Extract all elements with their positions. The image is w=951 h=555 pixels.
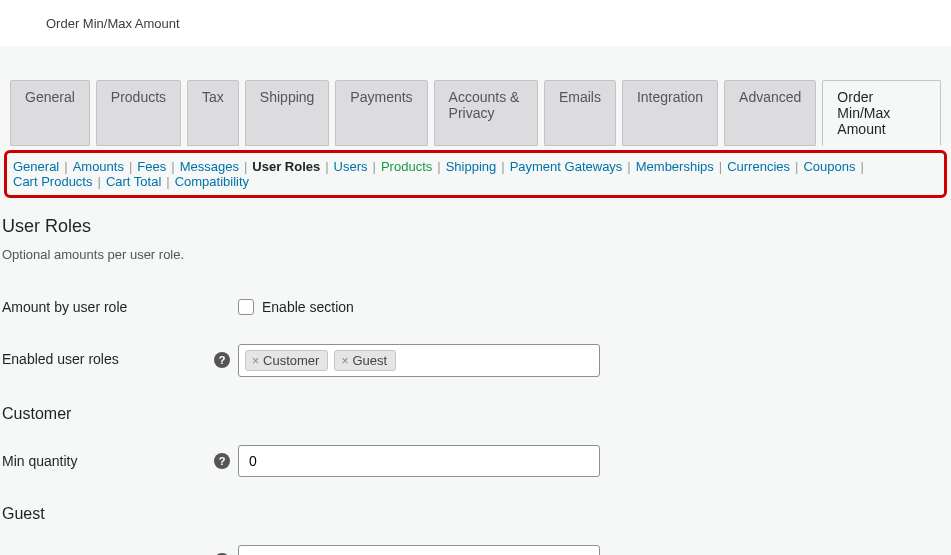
help-icon[interactable]: ? [214,453,230,469]
role-chip-customer[interactable]: ×Customer [245,350,328,371]
subnav-memberships[interactable]: Memberships [634,159,716,174]
label-customer-min-qty: Min quantity [2,453,214,469]
label-amount-by-role: Amount by user role [2,299,214,315]
tab-integration[interactable]: Integration [622,80,718,146]
tab-advanced[interactable]: Advanced [724,80,816,146]
subnav-payment-gateways[interactable]: Payment Gateways [508,159,625,174]
row-guest-min-qty: Min quantity ? [2,545,951,555]
subnav-coupons[interactable]: Coupons [801,159,857,174]
chip-label: Customer [263,353,319,368]
header-gap [0,46,951,80]
subnav-separator: | [126,159,135,174]
role-chip-guest[interactable]: ×Guest [334,350,396,371]
subnav-shipping[interactable]: Shipping [444,159,499,174]
row-customer-min-qty: Min quantity ? [2,445,951,477]
guest-min-qty-input[interactable] [238,545,600,555]
tab-order-min-max-amount[interactable]: Order Min/Max Amount [822,80,941,146]
subnav-cart-products[interactable]: Cart Products [11,174,94,189]
tab-accounts-privacy[interactable]: Accounts & Privacy [434,80,538,146]
tab-shipping[interactable]: Shipping [245,80,330,146]
subnav-general[interactable]: General [11,159,61,174]
enable-section-checkbox-label: Enable section [262,299,354,315]
content: User Roles Optional amounts per user rol… [0,198,951,555]
tab-tax[interactable]: Tax [187,80,239,146]
subnav-separator: | [624,159,633,174]
subnav-amounts[interactable]: Amounts [71,159,126,174]
subnav-fees[interactable]: Fees [135,159,168,174]
subnav-separator: | [241,159,250,174]
remove-chip-icon[interactable]: × [341,354,348,368]
row-amount-by-role: Amount by user role Enable section [2,292,951,322]
subnav-separator: | [716,159,725,174]
tab-products[interactable]: Products [96,80,181,146]
tab-general[interactable]: General [10,80,90,146]
customer-heading: Customer [2,405,951,423]
help-icon[interactable]: ? [214,352,230,368]
guest-heading: Guest [2,505,951,523]
tab-payments[interactable]: Payments [335,80,427,146]
row-enabled-roles: Enabled user roles ? ×Customer×Guest [2,344,951,377]
subnav-user-roles[interactable]: User Roles [250,159,322,174]
subnav-users[interactable]: Users [332,159,370,174]
subnav-products[interactable]: Products [379,159,434,174]
subnav-separator: | [168,159,177,174]
subnav-separator: | [792,159,801,174]
enable-section-checkbox[interactable] [238,299,254,315]
subnav-separator: | [163,174,172,189]
customer-min-qty-input[interactable] [238,445,600,477]
help-customer-min-qty: ? [214,453,238,469]
subnav-compatibility[interactable]: Compatibility [173,174,251,189]
section-description: Optional amounts per user role. [2,247,951,262]
subnav-separator: | [61,159,70,174]
tab-emails[interactable]: Emails [544,80,616,146]
remove-chip-icon[interactable]: × [252,354,259,368]
subnav-separator: | [322,159,331,174]
subnav-currencies[interactable]: Currencies [725,159,792,174]
tabs-nav: GeneralProductsTaxShippingPaymentsAccoun… [0,80,951,146]
page-title: Order Min/Max Amount [46,16,180,31]
subnav-separator: | [498,159,507,174]
subnav-separator: | [857,159,866,174]
subnav-separator: | [94,174,103,189]
subnav-cart-total[interactable]: Cart Total [104,174,163,189]
help-enabled-roles: ? [214,344,238,368]
label-enabled-roles: Enabled user roles [2,344,214,367]
page-header: Order Min/Max Amount [0,0,951,46]
subnav-separator: | [370,159,379,174]
subnav-separator: | [434,159,443,174]
enabled-user-roles-select[interactable]: ×Customer×Guest [238,344,600,377]
subnav-messages[interactable]: Messages [178,159,241,174]
subnav-highlight-box: General|Amounts|Fees|Messages|User Roles… [4,150,947,198]
section-heading: User Roles [2,216,951,237]
chip-label: Guest [352,353,387,368]
subnav: General|Amounts|Fees|Messages|User Roles… [11,159,940,189]
